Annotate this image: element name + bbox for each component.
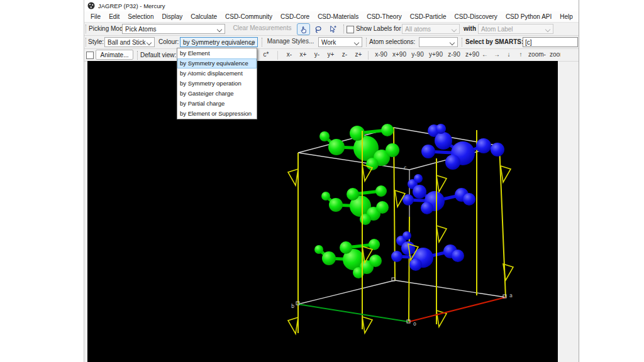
atom-green[interactable] [314, 245, 323, 254]
pick-hand-button[interactable] [297, 23, 310, 35]
zoom-out-button[interactable]: zoom- [526, 49, 548, 60]
atom-blue[interactable] [436, 124, 446, 134]
rotate-y+90[interactable]: y+90 [428, 49, 444, 60]
menu-file[interactable]: File [89, 13, 102, 20]
rotate-z+90[interactable]: z+90 [464, 49, 480, 60]
colour-option-by-atomic-displacement[interactable]: by Atomic displacement [177, 69, 257, 79]
toolbar-drag-handle[interactable] [343, 25, 344, 33]
atom-green[interactable] [369, 255, 382, 267]
colour-option-by-element-or-suppression[interactable]: by Element or Suppression [177, 109, 257, 119]
translate-arrow3[interactable]: ↑ [516, 49, 526, 60]
style-combo[interactable]: Ball and Stick [104, 37, 155, 47]
colour-option-by-element[interactable]: by Element [177, 48, 257, 58]
hand-pick-icon [299, 25, 308, 34]
atom-blue[interactable] [463, 193, 475, 206]
picking-mode-combo[interactable]: Pick Atoms [122, 24, 225, 34]
toolbar-drag-handle[interactable] [462, 38, 462, 47]
rotate-x+90[interactable]: x+90 [391, 49, 408, 60]
molecule-blue-5 [391, 231, 464, 271]
rotate-x+[interactable]: x+ [297, 49, 309, 60]
move-select-button[interactable] [326, 23, 339, 35]
atom-blue[interactable] [476, 138, 491, 153]
cell-corner-label: b [291, 304, 294, 309]
toolbar-drag-handle[interactable] [366, 38, 367, 47]
manage-styles-button[interactable]: Manage Styles... [265, 36, 316, 47]
chevron-down-icon [452, 27, 457, 32]
zoom-in-button[interactable]: zoom+ [550, 49, 560, 60]
atom-green[interactable] [319, 131, 330, 141]
colour-option-by-gasteiger-charge[interactable]: by Gasteiger charge [177, 89, 257, 99]
screw-axis-flag [436, 175, 447, 192]
atom-blue[interactable] [421, 145, 435, 158]
atom-selections-combo[interactable] [419, 37, 458, 47]
show-labels-checkbox[interactable] [347, 26, 354, 33]
atom-blue[interactable] [391, 251, 402, 262]
toolbar-drag-handle[interactable] [86, 25, 86, 33]
atom-blue[interactable] [413, 185, 426, 199]
view-axis-c*[interactable]: c* [258, 49, 274, 60]
translate-arrow0[interactable]: ← [480, 49, 490, 60]
menu-csd-theory[interactable]: CSD-Theory [365, 13, 403, 20]
rotate-y-90[interactable]: y-90 [409, 49, 426, 60]
rotate-x-90[interactable]: x-90 [373, 49, 389, 60]
rotate-z-90[interactable]: z-90 [446, 49, 462, 60]
toolbar-style: Style: Ball and Stick Colour: by Symmetr… [84, 36, 579, 49]
menu-csd-particle[interactable]: CSD-Particle [409, 13, 448, 20]
atom-blue[interactable] [491, 143, 504, 156]
toolbar-drag-handle[interactable] [262, 38, 262, 47]
translate-arrow2[interactable]: ↓ [504, 49, 514, 60]
atom-blue[interactable] [421, 202, 433, 214]
label-type-combo[interactable]: Atom Label [478, 24, 553, 34]
rotate-x-[interactable]: x- [284, 49, 295, 60]
atom-blue[interactable] [402, 231, 411, 240]
atom-blue[interactable] [435, 132, 452, 150]
colour-option-by-symmetry-operation[interactable]: by Symmetry operation [177, 79, 257, 89]
atom-green[interactable] [381, 124, 394, 136]
menu-csd-core[interactable]: CSD-Core [279, 13, 311, 20]
labels-target-combo[interactable]: All atoms [402, 24, 460, 34]
colour-combo[interactable]: by Symmetry equivalence [180, 37, 258, 47]
animate-checkbox[interactable] [86, 52, 94, 59]
menu-csd-community[interactable]: CSD-Community [224, 13, 274, 20]
rotate-y+[interactable]: y+ [325, 49, 336, 60]
clear-measurements-button[interactable]: Clear Measurements [231, 23, 294, 34]
toolbar-picking: Picking Mode: Pick Atoms Clear Measureme… [84, 23, 579, 36]
menu-csd-materials[interactable]: CSD-Materials [316, 13, 360, 20]
menu-calculate[interactable]: Calculate [189, 13, 218, 20]
animate-button[interactable]: Animate... [96, 50, 133, 60]
rotate-y-[interactable]: y- [311, 49, 323, 60]
colour-option-by-partial-charge[interactable]: by Partial charge [177, 99, 257, 109]
atom-green[interactable] [328, 139, 345, 155]
atom-green[interactable] [340, 241, 352, 254]
atom-blue[interactable] [409, 258, 422, 271]
menu-display[interactable]: Display [161, 13, 184, 20]
colour-option-by-symmetry-equivalence[interactable]: by Symmetry equivalence [177, 58, 257, 69]
toolbar-drag-handle[interactable] [86, 38, 86, 47]
atom-blue[interactable] [445, 155, 460, 170]
smarts-input[interactable] [523, 37, 578, 47]
atom-green[interactable] [360, 214, 371, 225]
style-set-combo[interactable]: Work [318, 37, 362, 47]
menu-csd-discovery[interactable]: CSD-Discovery [453, 13, 499, 20]
atom-blue[interactable] [414, 174, 423, 183]
translate-arrow1[interactable]: → [492, 49, 502, 60]
rotate-z+[interactable]: z+ [353, 49, 364, 60]
atom-green[interactable] [375, 185, 387, 197]
menu-help[interactable]: Help [558, 13, 574, 20]
atom-blue[interactable] [452, 250, 464, 262]
toolbar-drag-handle[interactable] [137, 51, 138, 60]
rotate-z-[interactable]: z- [339, 49, 350, 60]
atom-green[interactable] [347, 188, 359, 200]
chevron-down-icon [545, 27, 550, 32]
menu-selection[interactable]: Selection [126, 13, 155, 20]
atom-green[interactable] [322, 251, 336, 265]
atom-green[interactable] [386, 143, 399, 157]
menu-edit[interactable]: Edit [108, 13, 121, 20]
menu-csd-python-api[interactable]: CSD Python API [504, 13, 553, 20]
cell-edge-white [298, 280, 395, 304]
lasso-select-button[interactable] [311, 23, 325, 35]
structure-viewport[interactable]: cboa [87, 61, 558, 362]
atom-green[interactable] [376, 201, 389, 214]
atom-green[interactable] [329, 198, 343, 212]
atom-green[interactable] [321, 192, 330, 200]
